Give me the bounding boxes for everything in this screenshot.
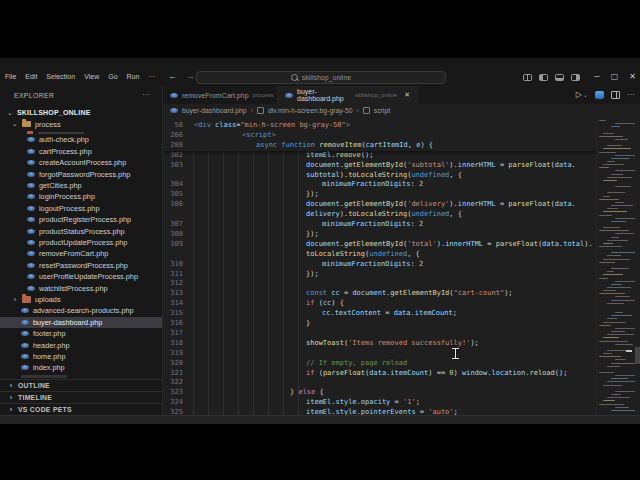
code-line-58[interactable]: 58<div class="min-h-screen bg-gray-50">: [163, 121, 640, 131]
run-button[interactable]: ▷ ⌄: [576, 90, 588, 99]
more-actions-icon[interactable]: ···: [627, 91, 635, 99]
code-text: minimumFractionDigits: 2: [322, 220, 423, 230]
tree-item-home-php[interactable]: home.php: [0, 351, 162, 362]
toggle-secondary-sidebar-icon[interactable]: [571, 74, 580, 81]
close-button[interactable]: ✕: [629, 71, 636, 83]
code-line-305[interactable]: 305});: [163, 190, 640, 200]
tree-item-watchlistProcess-php[interactable]: watchlistProcess.php: [0, 282, 162, 293]
tree-item-uploads[interactable]: ›uploads: [0, 294, 162, 305]
code-line-wrap[interactable]: subtotal).toLocaleString(undefined, {: [163, 171, 640, 181]
maximize-button[interactable]: ▢: [611, 71, 619, 83]
code-line-307[interactable]: 307minimumFractionDigits: 2: [163, 220, 640, 230]
code-line-266[interactable]: 266<script>: [163, 131, 640, 141]
tree-item-auth-check-php[interactable]: auth-check.php: [0, 134, 162, 145]
toggle-sidebar-icon[interactable]: [539, 74, 548, 81]
breadcrumb-symbol-div[interactable]: div.min-h-screen.bg-gray-50: [268, 107, 353, 114]
code-line-314[interactable]: 314if (cc) {: [163, 299, 640, 309]
back-icon[interactable]: ←: [168, 70, 177, 82]
php-file-icon: [170, 108, 178, 113]
code-line-wrap[interactable]: delivery).toLocaleString(undefined, {: [163, 210, 640, 220]
code-line-317[interactable]: 317: [163, 329, 640, 339]
tree-item-header-php[interactable]: header.php: [0, 339, 162, 350]
scrollbar-thumb[interactable]: [635, 347, 640, 364]
code-line-312[interactable]: 312: [163, 279, 640, 289]
breadcrumb-symbol-script[interactable]: script: [374, 107, 390, 114]
tree-item-logoutProcess-php[interactable]: logoutProcess.php: [0, 203, 162, 214]
tree-item-cartProcess-php[interactable]: cartProcess.php: [0, 146, 162, 157]
split-editor-icon[interactable]: [611, 91, 620, 99]
tree-item-resetPasswordProcess-php[interactable]: resetPasswordProcess.php: [0, 260, 162, 271]
section-timeline[interactable]: ›TIMELINE: [0, 391, 162, 403]
code-line-306[interactable]: 306document.getElementById('delivery').i…: [163, 200, 640, 210]
tree-item-createAccountProcess-php[interactable]: createAccountProcess.php: [0, 157, 162, 168]
breadcrumb-file[interactable]: buyer-dashboard.php: [182, 107, 247, 114]
extension-action-icon[interactable]: [595, 91, 604, 99]
tree-item-advanced-search-products-php[interactable]: advanced-search-products.php: [0, 305, 162, 316]
vscode-window: FileEditSelectionViewGoRun··· ← → skills…: [0, 58, 640, 423]
menu-more-icon[interactable]: ···: [148, 72, 155, 82]
tab-title: removeFromCart.php: [182, 92, 249, 99]
tree-item-productRegisterProcess-php[interactable]: productRegisterProcess.php: [0, 214, 162, 225]
section-outline[interactable]: ›OUTLINE: [0, 379, 162, 391]
command-center-search[interactable]: skillshop_online: [196, 71, 446, 84]
scrollbar[interactable]: [635, 117, 640, 415]
tree-item-footer-php[interactable]: footer.php: [0, 328, 162, 339]
sticky-scroll-shadow: [163, 151, 597, 155]
code-line-316[interactable]: 316}: [163, 319, 640, 329]
tree-item-buyer-dashboard-php[interactable]: buyer-dashboard.php: [0, 317, 162, 328]
toggle-panel-icon[interactable]: [555, 74, 564, 81]
code-line-303[interactable]: 303document.getElementById('subtotal').i…: [163, 161, 640, 171]
code-line-324[interactable]: 324itemEl.style.opacity = '1';: [163, 398, 640, 408]
menu-item-go[interactable]: Go: [108, 72, 117, 82]
code-line-wrap[interactable]: toLocaleString(undefined, {: [163, 250, 640, 260]
tree-item-process[interactable]: ⌄process: [0, 118, 162, 129]
tree-item-productStatusProcess-php[interactable]: productStatusProcess.php: [0, 225, 162, 236]
code-line-313[interactable]: 313const cc = document.getElementById("c…: [163, 289, 640, 299]
code-line-309[interactable]: 309document.getElementById('total').inne…: [163, 240, 640, 250]
code-line-308[interactable]: 308});: [163, 230, 640, 240]
explorer-more-actions-icon[interactable]: ···: [142, 90, 150, 99]
code-line-311[interactable]: 311});: [163, 270, 640, 280]
customize-layout-icon[interactable]: [523, 74, 532, 81]
code-line-304[interactable]: 304minimumFractionDigits: 2: [163, 180, 640, 190]
section-label: TIMELINE: [18, 394, 52, 401]
code-line-310[interactable]: 310minimumFractionDigits: 2: [163, 260, 640, 270]
code-line-325[interactable]: 325itemEl.style.pointerEvents = 'auto';: [163, 408, 640, 415]
code-line-320[interactable]: 320// If empty, page reload: [163, 359, 640, 369]
tree-item-partial: [0, 130, 162, 135]
php-file-icon: [27, 229, 35, 234]
code-line-318[interactable]: 318showToast('Items removed successfully…: [163, 339, 640, 349]
minimap-line: [603, 227, 620, 228]
section-vs-code-pets[interactable]: ›VS CODE PETS: [0, 403, 162, 415]
code-line-322[interactable]: 322: [163, 378, 640, 388]
code-line-280[interactable]: 280async function removeItem(cartItemId,…: [163, 141, 640, 151]
tree-item-productUpdateProcess-php[interactable]: productUpdateProcess.php: [0, 237, 162, 248]
code-line-323[interactable]: 323} else {: [163, 388, 640, 398]
menu-item-view[interactable]: View: [84, 72, 99, 82]
minimize-button[interactable]: ─: [594, 71, 600, 83]
code-line-319[interactable]: 319: [163, 349, 640, 359]
code-line-315[interactable]: 315cc.textContent = data.itemCount;: [163, 309, 640, 319]
code-editor[interactable]: 58<div class="min-h-screen bg-gray-50">2…: [163, 117, 640, 415]
line-number: 305: [163, 190, 183, 200]
tree-item-loginProcess-php[interactable]: loginProcess.php: [0, 191, 162, 202]
section-label: VS CODE PETS: [18, 406, 72, 413]
menu-item-edit[interactable]: Edit: [25, 72, 37, 82]
code-line-321[interactable]: 321if (parseFloat(data.itemCount) == 0) …: [163, 369, 640, 379]
tab-removeFromCart-php[interactable]: removeFromCart.phpprocess: [163, 86, 278, 104]
minimap[interactable]: [596, 117, 635, 415]
forward-icon[interactable]: →: [186, 70, 195, 82]
tree-root[interactable]: ⌄SKILLSHOP_ONLINE: [0, 107, 162, 118]
minimap-line: [603, 385, 622, 386]
tree-item-forgotPasswordProcess-php[interactable]: forgotPasswordProcess.php: [0, 168, 162, 179]
tree-item-getCities-php[interactable]: getCities.php: [0, 180, 162, 191]
tree-item-removeFromCart-php[interactable]: removeFromCart.php: [0, 248, 162, 259]
tree-item-index-php[interactable]: index.php: [0, 362, 162, 373]
tab-buyer-dashboard-php[interactable]: buyer-dashboard.phpskillshop_online✕: [278, 86, 418, 104]
menu-item-run[interactable]: Run: [127, 72, 140, 82]
close-icon[interactable]: ✕: [404, 91, 410, 99]
tree-item-userProfileUpdateProcess-php[interactable]: userProfileUpdateProcess.php: [0, 271, 162, 282]
menu-item-selection[interactable]: Selection: [46, 72, 75, 82]
code-text: document.getElementById('total').innerHT…: [306, 240, 593, 250]
menu-item-file[interactable]: File: [5, 72, 16, 82]
